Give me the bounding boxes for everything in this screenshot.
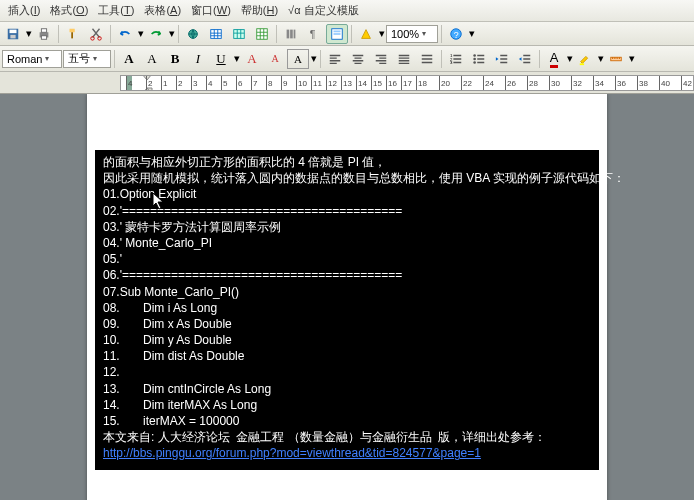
menu-insert[interactable]: 插入(I) — [4, 1, 44, 20]
columns-button[interactable] — [280, 24, 302, 44]
italic-button[interactable]: I — [187, 49, 209, 69]
menu-format[interactable]: 格式(O) — [46, 1, 92, 20]
decrease-indent-button[interactable] — [491, 49, 513, 69]
cut-button[interactable] — [85, 24, 107, 44]
ruler-tick: 14 — [356, 76, 367, 90]
menu-window[interactable]: 窗口(W) — [187, 1, 235, 20]
ruler-tick: 40 — [659, 76, 670, 90]
bold-button[interactable]: B — [164, 49, 186, 69]
reading-layout-button[interactable] — [326, 24, 348, 44]
worksheet-button[interactable] — [251, 24, 273, 44]
code-line: 15. iterMAX = 100000 — [103, 413, 591, 429]
redo-dropdown[interactable]: ▾ — [168, 24, 175, 44]
highlight-button[interactable] — [574, 49, 596, 69]
ruler-tick: 6 — [236, 76, 242, 90]
svg-rect-20 — [334, 33, 341, 35]
undo-dropdown[interactable]: ▾ — [137, 24, 144, 44]
ruler-tick: 38 — [637, 76, 648, 90]
code-line: 11. Dim dist As Double — [103, 348, 591, 364]
shrink-font-button[interactable]: A — [264, 49, 286, 69]
normal-a-button[interactable]: A — [141, 49, 163, 69]
undo-button[interactable] — [114, 24, 136, 44]
svg-rect-29 — [580, 63, 584, 65]
ruler-tick: 4 — [206, 76, 212, 90]
code-line: 06.'====================================… — [103, 267, 591, 283]
ruler-tick: 4 — [126, 76, 132, 90]
ruler-tick: 1 — [161, 76, 167, 90]
source-link[interactable]: http://bbs.pinggu.org/forum.php?mod=view… — [103, 445, 591, 461]
increase-indent-button[interactable] — [514, 49, 536, 69]
code-line: 05.' — [103, 251, 591, 267]
align-center-button[interactable] — [347, 49, 369, 69]
svg-rect-2 — [10, 34, 15, 38]
ruler-tick: 16 — [386, 76, 397, 90]
ruler-tick: 34 — [593, 76, 604, 90]
numbering-button[interactable]: 123 — [445, 49, 467, 69]
ruler-tick: 10 — [296, 76, 307, 90]
help-dropdown[interactable]: ▾ — [468, 24, 475, 44]
code-line: 本文来自: 人大经济论坛 金融工程 （数量金融）与金融衍生品 版，详细出处参考： — [103, 429, 591, 445]
align-left-button[interactable] — [324, 49, 346, 69]
ruler-tick: 42 — [681, 76, 692, 90]
code-line: 12. — [103, 364, 591, 380]
format-painter-button[interactable] — [62, 24, 84, 44]
align-right-button[interactable] — [370, 49, 392, 69]
redo-button[interactable] — [145, 24, 167, 44]
underline-button[interactable]: U — [210, 49, 232, 69]
menu-table[interactable]: 表格(A) — [140, 1, 185, 20]
save-button[interactable] — [2, 24, 24, 44]
bold-a-button[interactable]: A — [118, 49, 140, 69]
ruler-tick: 13 — [341, 76, 352, 90]
align-justify-button[interactable] — [393, 49, 415, 69]
paragraph-marks-button[interactable]: ¶ — [303, 24, 325, 44]
svg-rect-1 — [10, 29, 17, 33]
grow-font-button[interactable]: A — [241, 49, 263, 69]
drawing-button[interactable] — [355, 24, 377, 44]
ruler-tick: 17 — [401, 76, 412, 90]
font-combo[interactable]: Roman▾ — [2, 50, 62, 68]
ruler-tick: 2 — [176, 76, 182, 90]
formatting-toolbar: Roman▾ 五号▾ A A B I U ▾ A A A ▾ 123 A ▾ ▾… — [0, 46, 694, 72]
ruler-toggle-button[interactable] — [605, 49, 627, 69]
more-dropdown[interactable]: ▾ — [628, 49, 635, 69]
menu-tools[interactable]: 工具(T) — [94, 1, 138, 20]
save-dropdown[interactable]: ▾ — [25, 24, 32, 44]
ruler-tick: 30 — [549, 76, 560, 90]
svg-rect-14 — [287, 29, 290, 38]
highlight-dropdown[interactable]: ▾ — [597, 49, 604, 69]
char-shading-button[interactable]: A — [287, 49, 309, 69]
print-button[interactable] — [33, 24, 55, 44]
svg-rect-7 — [71, 32, 73, 38]
underline-dropdown[interactable]: ▾ — [233, 49, 240, 69]
code-line: 07.Sub Monte_Carlo_PI() — [103, 284, 591, 300]
drawing-dropdown[interactable]: ▾ — [378, 24, 385, 44]
hyperlink-button[interactable] — [182, 24, 204, 44]
horizontal-ruler[interactable]: 4212345678910111213141516171820222426283… — [120, 75, 694, 91]
ruler-tick: 8 — [266, 76, 272, 90]
code-line: 01.Option Explicit — [103, 186, 591, 202]
svg-rect-11 — [211, 29, 222, 38]
table-button[interactable] — [205, 24, 227, 44]
ruler-tick: 12 — [326, 76, 337, 90]
bullets-button[interactable] — [468, 49, 490, 69]
code-line: 02.'====================================… — [103, 203, 591, 219]
code-line: 10. Dim y As Double — [103, 332, 591, 348]
font-color-dropdown[interactable]: ▾ — [566, 49, 573, 69]
font-size-combo[interactable]: 五号▾ — [63, 50, 111, 68]
svg-rect-5 — [41, 35, 46, 39]
menu-help[interactable]: 帮助(H) — [237, 1, 282, 20]
help-button[interactable]: ? — [445, 24, 467, 44]
code-line: 14. Dim iterMAX As Long — [103, 397, 591, 413]
zoom-combo[interactable]: 100%▾ — [386, 25, 438, 43]
svg-text:3: 3 — [450, 60, 453, 65]
menu-custom[interactable]: √α 自定义模版 — [284, 1, 362, 20]
ruler-tick: 2 — [146, 76, 152, 90]
char-shading-dropdown[interactable]: ▾ — [310, 49, 317, 69]
distribute-button[interactable] — [416, 49, 438, 69]
svg-point-27 — [473, 57, 476, 60]
font-color-button[interactable]: A — [543, 49, 565, 69]
svg-rect-15 — [290, 29, 293, 38]
menu-bar: 插入(I) 格式(O) 工具(T) 表格(A) 窗口(W) 帮助(H) √α 自… — [0, 0, 694, 22]
insert-table-button[interactable] — [228, 24, 250, 44]
document-page[interactable]: 的面积与相应外切正方形的面积比的 4 倍就是 PI 值， 因此采用随机模拟，统计… — [87, 94, 607, 500]
